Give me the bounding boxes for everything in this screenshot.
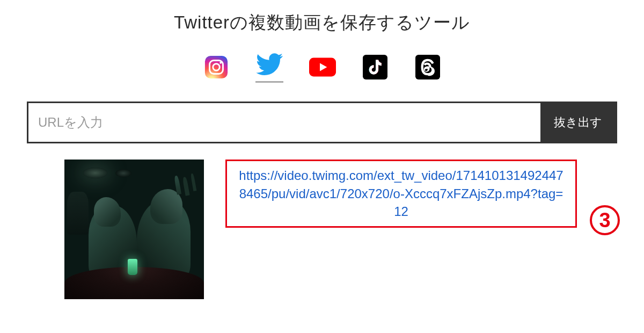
threads-icon[interactable] bbox=[414, 54, 441, 81]
social-icons-row bbox=[27, 51, 617, 83]
url-input[interactable] bbox=[28, 103, 540, 142]
video-thumbnail[interactable] bbox=[64, 160, 204, 299]
result-row: https://video.twimg.com/ext_tw_video/171… bbox=[27, 160, 617, 299]
youtube-icon[interactable] bbox=[309, 54, 336, 81]
video-url-box: https://video.twimg.com/ext_tw_video/171… bbox=[225, 160, 577, 228]
tiktok-icon[interactable] bbox=[362, 54, 389, 81]
page-title: Twitterの複数動画を保存するツール bbox=[27, 11, 617, 35]
twitter-icon[interactable] bbox=[256, 51, 283, 78]
instagram-icon[interactable] bbox=[203, 54, 230, 81]
extract-button[interactable]: 抜き出す bbox=[540, 103, 616, 142]
svg-rect-5 bbox=[363, 55, 387, 79]
twitter-active-indicator bbox=[255, 81, 283, 83]
svg-rect-0 bbox=[205, 55, 228, 78]
video-url-link[interactable]: https://video.twimg.com/ext_tw_video/171… bbox=[239, 168, 563, 219]
svg-point-3 bbox=[219, 61, 222, 63]
step-annotation: 3 bbox=[590, 205, 620, 235]
url-input-row: 抜き出す bbox=[27, 102, 617, 143]
